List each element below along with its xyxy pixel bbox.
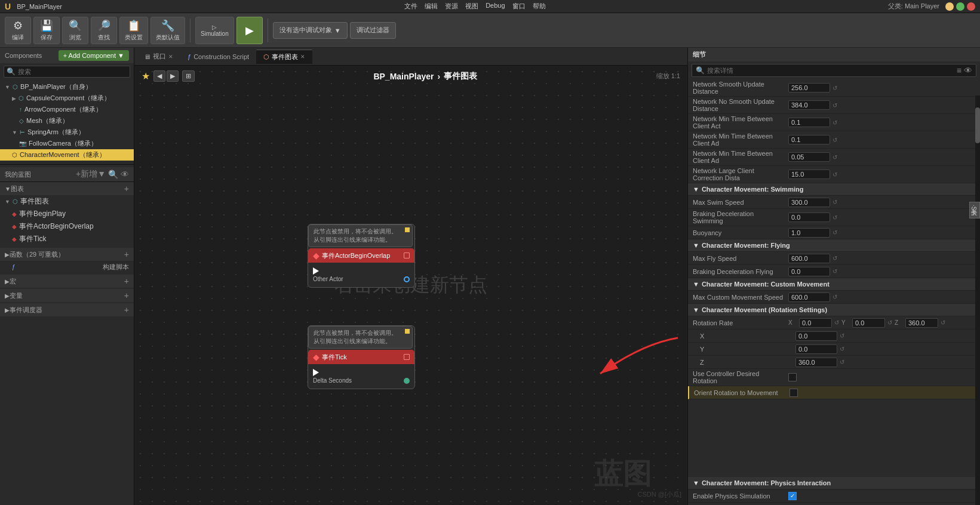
prop-input-lc[interactable]	[788, 170, 830, 179]
prop-input-rr-y[interactable]	[852, 318, 885, 328]
minimize-button[interactable]	[945, 2, 954, 11]
tree-item-camera[interactable]: 📷 FollowCamera（继承）	[0, 138, 134, 149]
prop-reset-nmt1[interactable]: ↺	[832, 119, 837, 126]
bp-eye-button[interactable]: 👁	[121, 169, 129, 180]
eventgraph-tab-close[interactable]: ✕	[300, 54, 305, 60]
prop-input-mss[interactable]	[788, 198, 830, 207]
prop-input-rr-z[interactable]	[905, 318, 938, 328]
menu-assets[interactable]: 资源	[445, 2, 458, 11]
functions-section-header[interactable]: ▶ 函数（29 可重载） +	[0, 248, 134, 261]
components-search-input[interactable]	[18, 68, 127, 75]
graph-item-actoroverlap[interactable]: ◆ 事件ActorBeginOverlap	[0, 220, 134, 233]
graph-item-tick[interactable]: ◆ 事件Tick	[0, 233, 134, 245]
save-button[interactable]: 💾 保存	[33, 17, 60, 44]
prop-input-bf[interactable]	[788, 267, 830, 276]
graph-add-button[interactable]: +	[124, 184, 129, 193]
prop-input-rr-x[interactable]	[799, 318, 832, 328]
tab-viewport[interactable]: 🖥 视口 ✕	[137, 50, 180, 63]
node-actor-begin-overlap[interactable]: 此节点被禁用，将不会被调用。从引脚连出引线来编译功能。 ◆ 事件ActorBeg…	[308, 224, 415, 288]
debug-filter-button[interactable]: 调试过滤器	[350, 22, 396, 39]
prop-checkbox-ortm[interactable]	[789, 389, 798, 397]
prop-input-nmt1[interactable]	[788, 118, 830, 127]
prop-reset-nmt2[interactable]: ↺	[832, 137, 837, 143]
nav-forward-button[interactable]: ▶	[167, 70, 179, 82]
simulation-button[interactable]: ▷ Simulation	[195, 17, 234, 44]
tree-item-capsule[interactable]: ▶ ⬡ CapsuleComponent（继承）	[0, 93, 134, 104]
menu-window[interactable]: 窗口	[512, 2, 526, 11]
nav-back-button[interactable]: ◀	[153, 70, 165, 82]
prop-input-smooth[interactable]	[788, 83, 830, 93]
custom-movement-section-header[interactable]: ▼ Character Movement: Custom Movement	[688, 278, 980, 291]
macros-add-button[interactable]: +	[124, 276, 129, 286]
prop-reset-bf[interactable]: ↺	[832, 268, 837, 275]
tree-item-springarm[interactable]: ▼ ⊢ SpringArm（继承）	[0, 127, 134, 138]
prop-reset-rr-x[interactable]: ↺	[834, 319, 839, 326]
prop-input-nmt2[interactable]	[788, 135, 830, 144]
center-canvas[interactable]: ★ ◀ ▶ ⊞ BP_MainPlayer › 事件图表 缩放 1:1 右击来创…	[134, 66, 687, 505]
bp-new-button[interactable]: +新增▼	[76, 169, 106, 180]
menu-edit[interactable]: 编辑	[425, 2, 438, 11]
tree-item-root[interactable]: ▼ ⬡ BP_MainPlayer（自身）	[0, 81, 134, 93]
class-settings-button[interactable]: 📋 类设置	[119, 17, 148, 44]
variables-section-header[interactable]: ▶ 变量 +	[0, 289, 134, 302]
tab-construction[interactable]: ƒ Construction Script	[180, 51, 256, 63]
tab-eventgraph[interactable]: ⬡ 事件图表 ✕	[256, 50, 312, 64]
variables-add-button[interactable]: +	[124, 291, 129, 300]
prop-reset-rz[interactable]: ↺	[840, 359, 844, 365]
add-component-button[interactable]: + Add Component ▼	[59, 50, 129, 61]
prop-reset-nmt3[interactable]: ↺	[832, 154, 837, 161]
blueprints-section-header[interactable]: 我的蓝图 +新增▼ 🔍 👁	[0, 167, 134, 181]
rotation-section-header[interactable]: ▼ Character Movement (Rotation Settings)	[688, 304, 980, 316]
tree-item-arrow[interactable]: ↑ ArrowComponent（继承）	[0, 104, 134, 115]
prop-checkbox-ucdr[interactable]	[788, 373, 797, 381]
menu-help[interactable]: 帮助	[533, 2, 546, 11]
prop-input-nosmooth[interactable]	[788, 100, 830, 110]
prop-reset-rx[interactable]: ↺	[840, 332, 844, 339]
prop-reset-buoy[interactable]: ↺	[832, 229, 837, 236]
compile-button[interactable]: ⚙ 编译	[5, 17, 31, 44]
class-defaults-button[interactable]: 🔧 类默认值	[150, 17, 185, 44]
prop-orient-rotation-to-movement[interactable]: Orient Rotation to Movement	[688, 386, 980, 399]
dispatchers-section-header[interactable]: ▶ 事件调度器 +	[0, 303, 134, 316]
prop-reset-nosmooth[interactable]: ↺	[832, 102, 837, 109]
maximize-button[interactable]	[956, 2, 964, 11]
close-button[interactable]	[967, 2, 975, 11]
menu-debug[interactable]: Debug	[486, 2, 505, 11]
bp-search-button[interactable]: 🔍	[108, 169, 118, 180]
physics-section-header[interactable]: ▼ Character Movement: Physics Interactio…	[688, 477, 980, 489]
menu-file[interactable]: 文件	[404, 2, 417, 11]
graph-section-header[interactable]: ▼ 图表 +	[0, 182, 134, 195]
dispatchers-add-button[interactable]: +	[124, 305, 129, 315]
graph-item-beginplay[interactable]: ◆ 事件BeginPlay	[0, 208, 134, 220]
swimming-section-header[interactable]: ▼ Character Movement: Swimming	[688, 183, 980, 196]
viewport-tab-close[interactable]: ✕	[168, 54, 173, 60]
right-scrollbar-thumb[interactable]	[975, 107, 980, 143]
prop-input-bs[interactable]	[788, 213, 830, 222]
find-button[interactable]: 🔎 查找	[91, 17, 117, 44]
play-button[interactable]: ▶	[236, 17, 263, 44]
prop-input-rx[interactable]	[795, 331, 837, 341]
prop-input-rz[interactable]	[795, 358, 837, 367]
menu-view[interactable]: 视图	[465, 2, 478, 11]
macros-section-header[interactable]: ▶ 宏 +	[0, 275, 134, 288]
right-panel-search-input[interactable]	[707, 67, 957, 74]
node-tick[interactable]: 此节点被禁用，将不会被调用。从引脚连出引线来编译功能。 ◆ 事件Tick Del…	[308, 325, 415, 389]
prop-reset-ry[interactable]: ↺	[840, 346, 844, 352]
edge-tab-details[interactable]: 关卡·S...	[969, 202, 980, 218]
tree-item-character-movement[interactable]: ⬡ CharacterMovement（继承）	[0, 149, 134, 161]
graph-item-eventgraph[interactable]: ▼ ⬡ 事件图表	[0, 195, 134, 208]
browse-button[interactable]: 🔍 浏览	[62, 17, 88, 44]
prop-reset-mcs[interactable]: ↺	[832, 294, 837, 300]
prop-reset-mfs[interactable]: ↺	[832, 255, 837, 261]
prop-reset-rr-z[interactable]: ↺	[941, 319, 945, 326]
construct-item[interactable]: ƒ 构建脚本	[0, 261, 134, 273]
prop-reset-smooth[interactable]: ↺	[832, 85, 837, 91]
prop-reset-mss[interactable]: ↺	[832, 199, 837, 205]
debug-filter-dropdown[interactable]: 没有选中调试对象 ▼	[273, 22, 348, 39]
prop-reset-bs[interactable]: ↺	[832, 214, 837, 221]
tree-item-mesh[interactable]: ◇ Mesh（继承）	[0, 115, 134, 127]
prop-checkbox-ep[interactable]	[788, 492, 797, 500]
prop-reset-rr-y[interactable]: ↺	[887, 319, 892, 326]
prop-input-nmt3[interactable]	[788, 152, 830, 162]
functions-add-button[interactable]: +	[124, 250, 129, 259]
